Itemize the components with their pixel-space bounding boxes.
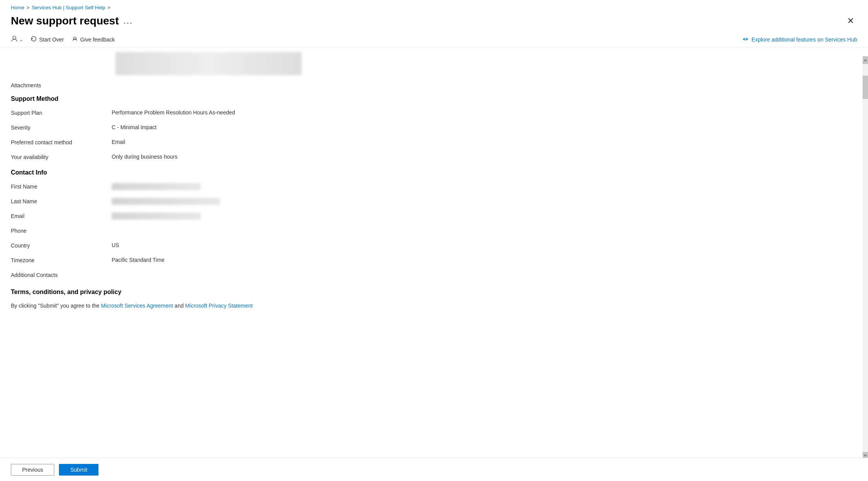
scrollbar-thumb[interactable]: [863, 76, 868, 99]
microsoft-privacy-statement-link[interactable]: Microsoft Privacy Statement: [185, 303, 253, 309]
field-first-name: First Name: [11, 183, 857, 192]
availability-value: Only during business hours: [112, 154, 178, 160]
field-country: Country US: [11, 242, 857, 251]
support-method-section: Support Method Support Plan Performance …: [11, 95, 857, 163]
action-bar: Previous Submit: [0, 458, 868, 481]
contact-info-heading: Contact Info: [11, 169, 857, 176]
email-value-blurred: [112, 213, 201, 220]
attachments-label: Attachments: [11, 82, 857, 88]
availability-label: Your availability: [11, 154, 112, 160]
explore-features-button[interactable]: Explore additional features on Services …: [742, 36, 857, 43]
field-timezone: Timezone Pacific Standard Time: [11, 257, 857, 266]
terms-middle: and: [173, 303, 185, 309]
support-plan-label: Support Plan: [11, 109, 112, 116]
user-icon: [11, 35, 18, 44]
page-title: New support request: [11, 15, 119, 27]
phone-label: Phone: [11, 227, 112, 234]
main-content: Attachments Support Method Support Plan …: [0, 52, 868, 353]
submit-button[interactable]: Submit: [59, 464, 98, 476]
email-label: Email: [11, 213, 112, 219]
breadcrumb-sep2: >: [108, 5, 110, 10]
support-method-heading: Support Method: [11, 95, 857, 102]
feedback-label: Give feedback: [80, 36, 115, 43]
page-options-button[interactable]: ...: [123, 16, 133, 26]
last-name-value-blurred: [112, 198, 220, 205]
terms-section: Terms, conditions, and privacy policy By…: [11, 289, 857, 309]
country-label: Country: [11, 242, 112, 249]
feedback-icon: [72, 36, 78, 43]
previous-button[interactable]: Previous: [11, 464, 54, 476]
breadcrumb-home[interactable]: Home: [11, 5, 24, 10]
last-name-label: Last Name: [11, 198, 112, 204]
field-support-plan: Support Plan Performance Problem Resolut…: [11, 109, 857, 119]
breadcrumb-services-hub[interactable]: Services Hub | Support Self Help: [32, 5, 105, 10]
terms-heading: Terms, conditions, and privacy policy: [11, 289, 857, 296]
page-title-bar: New support request ... ✕: [0, 13, 868, 32]
microsoft-services-agreement-link[interactable]: Microsoft Services Agreement: [101, 303, 173, 309]
field-phone: Phone: [11, 227, 857, 237]
explore-label: Explore additional features on Services …: [752, 36, 857, 43]
breadcrumb: Home > Services Hub | Support Self Help …: [0, 0, 868, 13]
toolbar: ⌄ Start Over Give feedback: [0, 32, 868, 47]
field-additional-contacts: Additional Contacts: [11, 272, 857, 281]
timezone-label: Timezone: [11, 257, 112, 263]
give-feedback-button[interactable]: Give feedback: [72, 36, 115, 43]
start-over-button[interactable]: Start Over: [31, 36, 64, 43]
timezone-value: Pacific Standard Time: [112, 257, 164, 263]
support-plan-value: Performance Problem Resolution Hours As-…: [112, 109, 235, 116]
field-last-name: Last Name: [11, 198, 857, 207]
blurred-banner: [116, 52, 302, 75]
terms-prefix: By clicking "Submit" you agree to the: [11, 303, 101, 309]
contact-info-section: Contact Info First Name Last Name Email …: [11, 169, 857, 281]
additional-contacts-label: Additional Contacts: [11, 272, 112, 278]
breadcrumb-sep1: >: [27, 5, 29, 10]
first-name-label: First Name: [11, 183, 112, 190]
preferred-contact-value: Email: [112, 139, 125, 145]
svg-point-0: [13, 36, 16, 39]
first-name-value-blurred: [112, 183, 201, 190]
field-email: Email: [11, 213, 857, 222]
field-availability: Your availability Only during business h…: [11, 154, 857, 163]
field-severity: Severity C - Minimal impact: [11, 124, 857, 133]
explore-icon: [742, 36, 749, 43]
field-preferred-contact: Preferred contact method Email: [11, 139, 857, 148]
preferred-contact-label: Preferred contact method: [11, 139, 112, 145]
country-value: US: [112, 242, 119, 248]
severity-value: C - Minimal impact: [112, 124, 157, 130]
chevron-down-icon: ⌄: [19, 37, 23, 42]
start-over-icon: [31, 36, 37, 43]
scrollbar-track[interactable]: [863, 56, 868, 460]
user-icon-button[interactable]: ⌄: [11, 35, 23, 44]
severity-label: Severity: [11, 124, 112, 131]
scroll-arrow-up[interactable]: [863, 56, 868, 64]
start-over-label: Start Over: [39, 36, 64, 43]
close-button[interactable]: ✕: [844, 14, 857, 28]
terms-body: By clicking "Submit" you agree to the Mi…: [11, 303, 857, 309]
